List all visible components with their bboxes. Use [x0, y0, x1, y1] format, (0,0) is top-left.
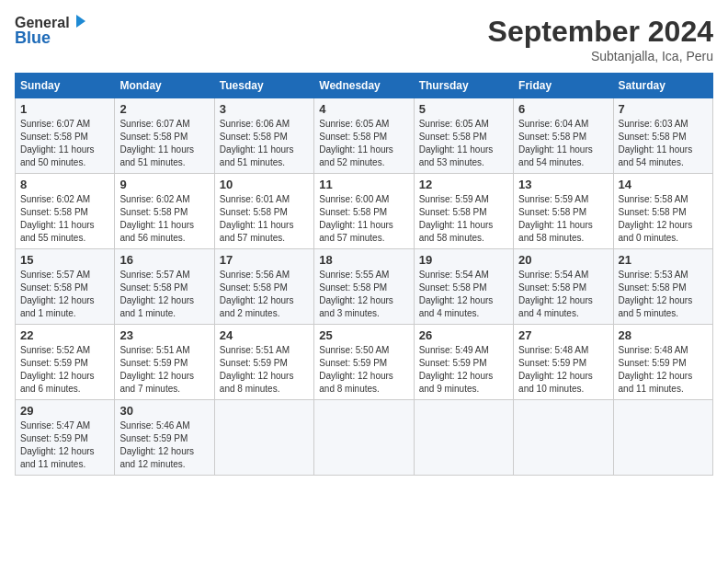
day-info: Sunrise: 5:51 AMSunset: 5:59 PMDaylight:… — [220, 344, 309, 396]
calendar-cell: 2Sunrise: 6:07 AMSunset: 5:58 PMDaylight… — [115, 98, 214, 174]
calendar-cell: 16Sunrise: 5:57 AMSunset: 5:58 PMDayligh… — [115, 249, 214, 325]
day-info: Sunrise: 5:59 AMSunset: 5:58 PMDaylight:… — [518, 193, 608, 245]
day-info: Sunrise: 5:54 AMSunset: 5:58 PMDaylight:… — [419, 269, 508, 320]
day-info: Sunrise: 5:46 AMSunset: 5:59 PMDaylight:… — [119, 419, 209, 471]
day-info: Sunrise: 6:07 AMSunset: 5:58 PMDaylight:… — [20, 118, 109, 169]
day-number: 2 — [119, 102, 209, 116]
day-info: Sunrise: 6:05 AMSunset: 5:58 PMDaylight:… — [319, 118, 408, 169]
calendar-cell: 25Sunrise: 5:50 AMSunset: 5:59 PMDayligh… — [314, 325, 414, 400]
calendar-week-4: 22Sunrise: 5:52 AMSunset: 5:59 PMDayligh… — [16, 325, 713, 400]
day-number: 14 — [619, 178, 708, 191]
day-number: 5 — [419, 102, 508, 116]
day-info: Sunrise: 5:48 AMSunset: 5:59 PMDaylight:… — [518, 344, 608, 396]
day-header-tuesday: Tuesday — [214, 74, 313, 98]
day-info: Sunrise: 5:47 AMSunset: 5:59 PMDaylight:… — [20, 419, 109, 471]
day-header-sunday: Sunday — [16, 74, 115, 98]
calendar-cell — [613, 400, 712, 476]
day-info: Sunrise: 6:03 AMSunset: 5:58 PMDaylight:… — [619, 118, 708, 169]
day-header-friday: Friday — [514, 74, 613, 98]
day-number: 18 — [319, 253, 408, 267]
calendar-cell: 10Sunrise: 6:01 AMSunset: 5:58 PMDayligh… — [214, 174, 313, 249]
logo: General Blue — [15, 15, 87, 47]
day-number: 29 — [20, 404, 109, 418]
calendar-cell: 4Sunrise: 6:05 AMSunset: 5:58 PMDaylight… — [314, 98, 414, 174]
calendar-cell: 7Sunrise: 6:03 AMSunset: 5:58 PMDaylight… — [613, 98, 712, 174]
day-number: 6 — [518, 102, 608, 116]
svg-marker-0 — [76, 15, 85, 28]
day-info: Sunrise: 6:02 AMSunset: 5:58 PMDaylight:… — [119, 193, 209, 245]
logo-blue: Blue — [15, 29, 87, 48]
day-number: 25 — [319, 328, 408, 342]
day-number: 9 — [119, 178, 209, 191]
day-info: Sunrise: 5:52 AMSunset: 5:59 PMDaylight:… — [20, 344, 109, 396]
calendar-table: SundayMondayTuesdayWednesdayThursdayFrid… — [15, 73, 713, 476]
day-number: 22 — [20, 328, 109, 342]
day-number: 16 — [119, 253, 209, 267]
day-info: Sunrise: 5:56 AMSunset: 5:58 PMDaylight:… — [220, 269, 309, 320]
calendar-cell: 19Sunrise: 5:54 AMSunset: 5:58 PMDayligh… — [414, 249, 513, 325]
day-number: 21 — [619, 253, 708, 267]
day-header-wednesday: Wednesday — [314, 74, 414, 98]
calendar-cell — [414, 400, 513, 476]
day-number: 19 — [419, 253, 508, 267]
day-info: Sunrise: 5:50 AMSunset: 5:59 PMDaylight:… — [319, 344, 408, 396]
calendar-header-row: SundayMondayTuesdayWednesdayThursdayFrid… — [16, 74, 713, 98]
calendar-body: 1Sunrise: 6:07 AMSunset: 5:58 PMDaylight… — [16, 98, 713, 476]
day-number: 7 — [619, 102, 708, 116]
day-number: 8 — [20, 178, 109, 191]
calendar-cell: 9Sunrise: 6:02 AMSunset: 5:58 PMDaylight… — [115, 174, 214, 249]
day-number: 15 — [20, 253, 109, 267]
day-info: Sunrise: 5:57 AMSunset: 5:58 PMDaylight:… — [20, 269, 109, 320]
day-number: 10 — [220, 178, 309, 191]
calendar-cell: 14Sunrise: 5:58 AMSunset: 5:58 PMDayligh… — [613, 174, 712, 249]
location-subtitle: Subtanjalla, Ica, Peru — [488, 49, 713, 63]
day-header-saturday: Saturday — [613, 74, 712, 98]
day-header-thursday: Thursday — [414, 74, 513, 98]
day-info: Sunrise: 6:00 AMSunset: 5:58 PMDaylight:… — [319, 193, 408, 245]
day-info: Sunrise: 6:05 AMSunset: 5:58 PMDaylight:… — [419, 118, 508, 169]
day-number: 13 — [518, 178, 608, 191]
day-number: 12 — [419, 178, 508, 191]
calendar-cell: 27Sunrise: 5:48 AMSunset: 5:59 PMDayligh… — [514, 325, 613, 400]
day-info: Sunrise: 5:48 AMSunset: 5:59 PMDaylight:… — [619, 344, 708, 396]
page-header: General Blue September 2024 Subtanjalla,… — [15, 15, 713, 63]
calendar-cell: 6Sunrise: 6:04 AMSunset: 5:58 PMDaylight… — [514, 98, 613, 174]
calendar-cell — [214, 400, 313, 476]
day-number: 11 — [319, 178, 408, 191]
calendar-cell: 3Sunrise: 6:06 AMSunset: 5:58 PMDaylight… — [214, 98, 313, 174]
day-info: Sunrise: 5:54 AMSunset: 5:58 PMDaylight:… — [518, 269, 608, 320]
calendar-cell — [314, 400, 414, 476]
calendar-cell: 23Sunrise: 5:51 AMSunset: 5:59 PMDayligh… — [115, 325, 214, 400]
day-number: 24 — [220, 328, 309, 342]
day-number: 28 — [619, 328, 708, 342]
month-title: September 2024 — [488, 15, 713, 49]
calendar-week-5: 29Sunrise: 5:47 AMSunset: 5:59 PMDayligh… — [16, 400, 713, 476]
day-number: 20 — [518, 253, 608, 267]
day-number: 27 — [518, 328, 608, 342]
calendar-cell: 22Sunrise: 5:52 AMSunset: 5:59 PMDayligh… — [16, 325, 115, 400]
day-info: Sunrise: 5:59 AMSunset: 5:58 PMDaylight:… — [419, 193, 508, 245]
day-header-monday: Monday — [115, 74, 214, 98]
day-info: Sunrise: 5:53 AMSunset: 5:58 PMDaylight:… — [619, 269, 708, 320]
day-number: 3 — [220, 102, 309, 116]
calendar-week-3: 15Sunrise: 5:57 AMSunset: 5:58 PMDayligh… — [16, 249, 713, 325]
calendar-cell: 28Sunrise: 5:48 AMSunset: 5:59 PMDayligh… — [613, 325, 712, 400]
calendar-cell: 18Sunrise: 5:55 AMSunset: 5:58 PMDayligh… — [314, 249, 414, 325]
calendar-cell: 13Sunrise: 5:59 AMSunset: 5:58 PMDayligh… — [514, 174, 613, 249]
calendar-cell: 17Sunrise: 5:56 AMSunset: 5:58 PMDayligh… — [214, 249, 313, 325]
calendar-cell: 20Sunrise: 5:54 AMSunset: 5:58 PMDayligh… — [514, 249, 613, 325]
calendar-cell: 24Sunrise: 5:51 AMSunset: 5:59 PMDayligh… — [214, 325, 313, 400]
day-number: 17 — [220, 253, 309, 267]
calendar-cell: 12Sunrise: 5:59 AMSunset: 5:58 PMDayligh… — [414, 174, 513, 249]
calendar-week-1: 1Sunrise: 6:07 AMSunset: 5:58 PMDaylight… — [16, 98, 713, 174]
day-number: 26 — [419, 328, 508, 342]
calendar-cell: 5Sunrise: 6:05 AMSunset: 5:58 PMDaylight… — [414, 98, 513, 174]
day-info: Sunrise: 6:07 AMSunset: 5:58 PMDaylight:… — [119, 118, 209, 169]
day-number: 30 — [119, 404, 209, 418]
day-info: Sunrise: 5:55 AMSunset: 5:58 PMDaylight:… — [319, 269, 408, 320]
day-info: Sunrise: 5:49 AMSunset: 5:59 PMDaylight:… — [419, 344, 508, 396]
day-info: Sunrise: 5:51 AMSunset: 5:59 PMDaylight:… — [119, 344, 209, 396]
calendar-cell — [514, 400, 613, 476]
logo-icon — [71, 13, 87, 29]
calendar-cell: 26Sunrise: 5:49 AMSunset: 5:59 PMDayligh… — [414, 325, 513, 400]
